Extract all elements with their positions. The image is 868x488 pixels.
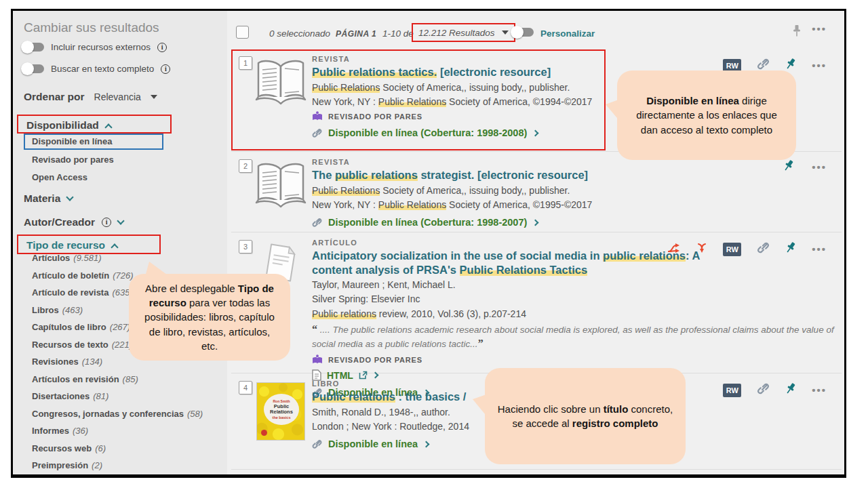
book-cover-thumbnail: Ron Smith Public Relations the basics: [253, 382, 309, 441]
callout-text: Haciendo clic sobre un título concreto, …: [496, 402, 675, 431]
result-source-line: Public relations review, 2010, Vol.36 (3…: [312, 308, 837, 320]
peer-reviewed-label: REVISADO POR PARES: [328, 113, 422, 121]
caret-down-icon: [502, 30, 509, 35]
facet-section-disponibilidad[interactable]: Disponibilidad: [26, 119, 111, 131]
permalink-icon[interactable]: [757, 241, 770, 257]
cited-by-icon[interactable]: [696, 243, 707, 256]
availability-link[interactable]: Disponible en línea (Cobertura: 1998-200…: [312, 217, 753, 228]
personalize-label[interactable]: Personalizar: [540, 28, 595, 39]
peer-review-icon: [312, 111, 323, 121]
page-indicator: PÁGINA 1: [336, 29, 376, 39]
result-number: 1: [239, 56, 252, 70]
result-actions: RW: [667, 241, 827, 257]
callout-disponible-en-linea: Disponible en línea dirige directamente …: [617, 70, 796, 160]
facet-section-materia[interactable]: Materia: [24, 192, 73, 205]
cover-author: Ron Smith: [273, 399, 290, 403]
journal-icon: [253, 161, 309, 211]
toggle-include-external[interactable]: Incluir recursos externos: [22, 42, 167, 52]
result-separator: [231, 469, 842, 470]
facet-item-resource-type[interactable]: Recursos web(6): [32, 440, 223, 458]
journal-icon: [253, 58, 309, 108]
results-count-dropdown[interactable]: 12.212 Resultados: [412, 23, 515, 42]
info-icon[interactable]: [157, 43, 167, 52]
link-icon: [312, 128, 322, 138]
personalize-toggle[interactable]: [512, 28, 534, 37]
link-icon: [312, 218, 322, 228]
select-all-checkbox[interactable]: [236, 26, 249, 39]
facet-item-revisado-por-pares[interactable]: Revisado por pares: [32, 155, 114, 165]
result-item-2: 2 REVISTA The public relations strat: [227, 154, 846, 231]
facet-item-resource-type[interactable]: Artículos(9.581): [32, 249, 223, 267]
results-range: 1-10 de: [382, 28, 414, 39]
chevron-right-icon: [532, 129, 539, 136]
result-publication-line: New York, NY : Public Relations Society …: [312, 199, 753, 211]
chevron-down-icon: [117, 217, 124, 224]
results-topbar: 0 seleccionado PÁGINA 1 1-10 de 12.212 R…: [227, 11, 846, 45]
chevron-up-icon: [104, 123, 112, 131]
result-author-line: Public Relations Society of America,, is…: [312, 184, 753, 197]
facet-section-autor[interactable]: Autor/Creador: [24, 216, 123, 228]
chevron-down-icon: [66, 193, 74, 201]
peer-reviewed-label: REVISADO POR PARES: [328, 356, 422, 364]
pin-icon[interactable]: [785, 58, 796, 73]
pin-icon[interactable]: [783, 159, 794, 175]
pin-icon[interactable]: [785, 241, 796, 257]
callout-text: Abre el desplegable Tipo de recurso para…: [140, 281, 279, 353]
pin-icon[interactable]: [785, 382, 796, 398]
result-actions: RW: [723, 382, 827, 398]
result-separator: [231, 232, 842, 232]
caret-down-icon: [151, 95, 157, 99]
facet-item-resource-type[interactable]: Preimpresión(2): [32, 457, 223, 474]
facet-item-disponible-en-linea[interactable]: Disponible en línea: [32, 136, 112, 146]
availability-label: Disponible en línea (Cobertura: 1998-200…: [328, 127, 527, 138]
callout-tipo-de-recurso: Abre el desplegable Tipo de recurso para…: [129, 274, 290, 361]
callout-registro-completo: Haciendo clic sobre un título concreto, …: [485, 368, 686, 464]
facet-item-resource-type[interactable]: Disertaciones(81): [32, 388, 223, 405]
snippet-text: .... The public relations academic resea…: [312, 325, 834, 350]
cover-subtitle: the basics: [273, 415, 291, 420]
snippet-quote: “ .... The public relations academic res…: [312, 322, 837, 351]
result-item-3: 3 ARTÍCULO Anticipatory socialization in…: [227, 235, 846, 373]
pin-icon[interactable]: [791, 24, 802, 40]
availability-label: Disponible en línea (Cobertura: 1998-200…: [328, 217, 527, 228]
toggle-fulltext-search[interactable]: Buscar en texto completo: [22, 64, 170, 74]
info-icon[interactable]: [161, 64, 170, 74]
results-count: 12.212 Resultados: [418, 28, 495, 38]
more-actions-icon[interactable]: [812, 23, 827, 35]
link-icon: [312, 439, 322, 449]
facet-item-open-access[interactable]: Open Access: [32, 172, 87, 182]
result-number: 3: [239, 240, 252, 253]
resource-type-label: REVISTA: [312, 55, 753, 63]
result-authors: Taylor, Maureen ; Kent, Michael L.: [312, 279, 837, 291]
chevron-right-icon: [532, 219, 539, 226]
facet-item-resource-type[interactable]: Congresos, jornadas y conferencias(58): [32, 405, 223, 423]
sort-by-dropdown[interactable]: Ordenar por Relevancia: [24, 91, 157, 103]
peer-review-icon: [312, 354, 323, 365]
more-actions-icon[interactable]: [812, 60, 827, 72]
facet-item-resource-type[interactable]: Artículos en revisión(85): [32, 371, 223, 388]
result-title-link[interactable]: The public relations strategist. [electr…: [312, 168, 753, 182]
facet-section-label: Materia: [24, 192, 60, 205]
citations-icon[interactable]: [667, 243, 681, 256]
result-body: REVISTA The public relations strategist.…: [312, 158, 753, 228]
close-quote-icon: ”: [478, 338, 484, 349]
availability-label: Disponible en línea: [328, 439, 418, 449]
toggle-switch-icon[interactable]: [22, 64, 44, 73]
callout-text: Disponible en línea dirige directamente …: [628, 94, 785, 137]
more-actions-icon[interactable]: [812, 161, 827, 174]
sort-label: Ordenar por: [24, 91, 85, 103]
toggle-switch-icon[interactable]: [22, 43, 44, 52]
rw-badge[interactable]: RW: [723, 243, 741, 256]
facet-item-resource-type[interactable]: Informes(36): [32, 422, 223, 440]
selected-count: 0 seleccionado: [269, 28, 330, 39]
result-publisher: Silver Spring: Elsevier Inc: [312, 293, 837, 305]
permalink-icon[interactable]: [757, 382, 770, 398]
info-icon[interactable]: [102, 218, 111, 227]
result-number: 2: [239, 159, 252, 173]
rw-badge[interactable]: RW: [723, 384, 741, 397]
more-actions-icon[interactable]: [812, 243, 827, 256]
open-quote-icon: “: [312, 323, 317, 335]
toggle-label: Incluir recursos externos: [51, 42, 151, 52]
result-number: 4: [239, 381, 252, 394]
more-actions-icon[interactable]: [812, 384, 827, 396]
